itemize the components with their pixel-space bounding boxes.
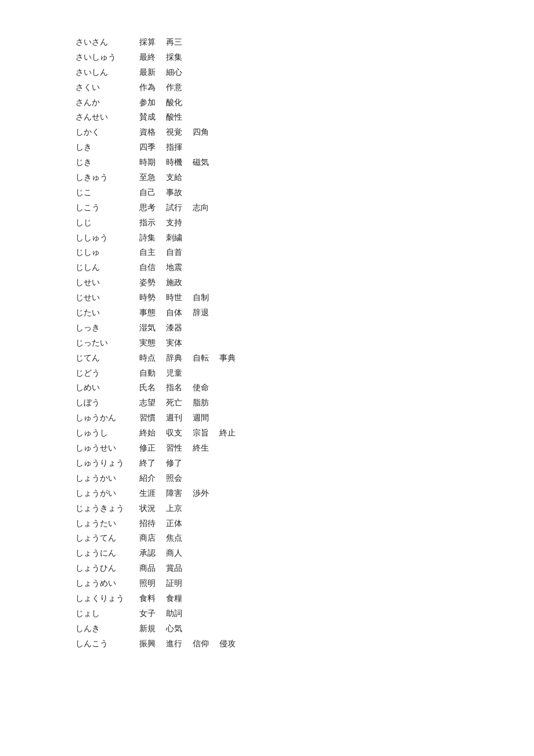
vocab-word: 漆器 <box>166 321 182 336</box>
vocab-row: じてん時点辞典自転事典 <box>75 351 459 366</box>
vocab-reading: しゅうりょう <box>75 456 139 471</box>
vocab-word: 食糧 <box>166 591 182 606</box>
vocab-word: 最終 <box>139 50 156 65</box>
vocab-words: 資格視覚四角 <box>139 125 209 140</box>
vocab-word: 習性 <box>166 441 182 456</box>
vocab-words: 賛成酸性 <box>139 110 182 125</box>
vocab-reading: じこ <box>75 185 139 200</box>
vocab-words: 習慣週刊週間 <box>139 411 209 426</box>
vocab-words: 姿勢施政 <box>139 275 182 290</box>
vocab-word: 焦点 <box>166 531 182 546</box>
vocab-word: 新規 <box>139 621 156 636</box>
vocab-word: 指名 <box>166 380 182 395</box>
vocabulary-list: さいさん採算再三さいしゅう最終採集さいしん最新細心さくい作為作意さんか参加酸化さ… <box>75 35 459 651</box>
vocab-row: しせい姿勢施政 <box>75 275 459 290</box>
vocab-reading: さんか <box>75 95 139 110</box>
vocab-words: 自信地震 <box>139 260 182 275</box>
vocab-word: 自体 <box>166 305 182 321</box>
vocab-words: 修正習性終生 <box>139 441 209 456</box>
vocab-word: 四角 <box>193 125 209 140</box>
vocab-word: 終始 <box>139 426 156 441</box>
vocab-word: 収支 <box>166 426 182 441</box>
vocab-reading: さいさん <box>75 35 139 50</box>
vocab-words: 女子助詞 <box>139 606 182 621</box>
vocab-words: 湿気漆器 <box>139 321 182 336</box>
vocab-words: 時点辞典自転事典 <box>139 351 236 366</box>
vocab-row: しょうかい紹介照会 <box>75 471 459 486</box>
vocab-word: 児童 <box>166 366 182 381</box>
vocab-word: 支給 <box>166 170 182 185</box>
vocab-row: じょし女子助詞 <box>75 606 459 621</box>
vocab-words: 事態自体辞退 <box>139 305 209 321</box>
vocab-words: 自主自首 <box>139 245 182 260</box>
vocab-word: 事態 <box>139 305 156 321</box>
vocab-word: 商店 <box>139 531 156 546</box>
vocab-word: 資格 <box>139 125 156 140</box>
vocab-word: 振興 <box>139 636 156 651</box>
vocab-row: しこう思考試行志向 <box>75 200 459 215</box>
vocab-reading: しき <box>75 140 139 155</box>
vocab-word: 採集 <box>166 50 182 65</box>
vocab-reading: しせい <box>75 275 139 290</box>
vocab-row: じこ自己事故 <box>75 185 459 200</box>
vocab-row: しょうたい招待正体 <box>75 516 459 531</box>
vocab-reading: じてん <box>75 351 139 366</box>
vocab-word: 女子 <box>139 606 156 621</box>
vocab-word: 志向 <box>193 200 209 215</box>
vocab-word: 商人 <box>166 546 182 561</box>
vocab-word: 信仰 <box>193 636 209 651</box>
vocab-row: さいしん最新細心 <box>75 65 459 80</box>
vocab-reading: しゅうし <box>75 426 139 441</box>
vocab-reading: しっき <box>75 321 139 336</box>
vocab-reading: じょし <box>75 606 139 621</box>
vocab-word: 自信 <box>139 260 156 275</box>
vocab-word: 宗旨 <box>193 426 209 441</box>
vocab-word: 終了 <box>139 456 156 471</box>
vocab-word: 終止 <box>219 426 236 441</box>
vocab-words: 自己事故 <box>139 185 182 200</box>
vocab-word: 時点 <box>139 351 156 366</box>
vocab-word: 自己 <box>139 185 156 200</box>
vocab-word: 指揮 <box>166 140 182 155</box>
vocab-reading: しぼう <box>75 395 139 411</box>
vocab-row: しき四季指揮 <box>75 140 459 155</box>
vocab-word: 刺繍 <box>166 231 182 246</box>
vocab-word: 賞品 <box>166 561 182 576</box>
vocab-reading: しょうがい <box>75 486 139 501</box>
vocab-word: 生涯 <box>139 486 156 501</box>
vocab-word: 辞退 <box>193 305 209 321</box>
vocab-reading: さくい <box>75 80 139 95</box>
vocab-words: 終始収支宗旨終止 <box>139 426 236 441</box>
vocab-words: 四季指揮 <box>139 140 182 155</box>
vocab-word: 思考 <box>139 200 156 215</box>
vocab-words: 採算再三 <box>139 35 182 50</box>
vocab-words: 指示支持 <box>139 215 182 231</box>
vocab-word: 上京 <box>166 501 182 516</box>
vocab-word: 習慣 <box>139 411 156 426</box>
vocab-word: 照会 <box>166 471 182 486</box>
vocab-reading: じき <box>75 155 139 170</box>
vocab-words: 終了修了 <box>139 456 182 471</box>
vocab-row: しゅうし終始収支宗旨終止 <box>75 426 459 441</box>
vocab-words: 参加酸化 <box>139 95 182 110</box>
vocab-reading: しょうかい <box>75 471 139 486</box>
vocab-row: しょうめい照明証明 <box>75 576 459 591</box>
vocab-word: 施政 <box>166 275 182 290</box>
vocab-row: ししゅう詩集刺繍 <box>75 231 459 246</box>
vocab-word: 自制 <box>193 290 209 305</box>
vocab-word: 時期 <box>139 155 156 170</box>
vocab-words: 生涯障害渉外 <box>139 486 209 501</box>
vocab-word: 参加 <box>139 95 156 110</box>
vocab-words: 商品賞品 <box>139 561 182 576</box>
vocab-word: 助詞 <box>166 606 182 621</box>
vocab-word: 試行 <box>166 200 182 215</box>
vocab-reading: しょうてん <box>75 531 139 546</box>
vocab-word: 実態 <box>139 336 156 351</box>
vocab-words: 紹介照会 <box>139 471 182 486</box>
vocab-reading: じったい <box>75 336 139 351</box>
vocab-words: 作為作意 <box>139 80 182 95</box>
vocab-word: 週刊 <box>166 411 182 426</box>
vocab-row: しんき新規心気 <box>75 621 459 636</box>
vocab-row: じしゅ自主自首 <box>75 245 459 260</box>
vocab-row: しょうてん商店焦点 <box>75 531 459 546</box>
